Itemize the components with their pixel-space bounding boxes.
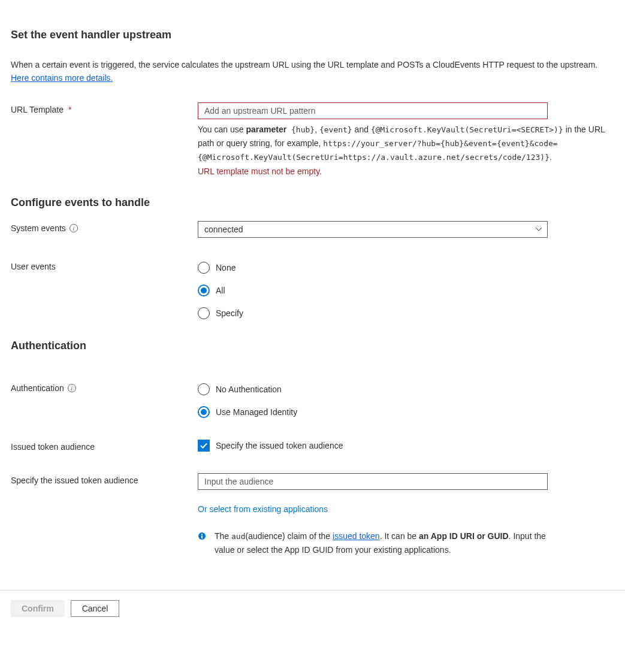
label-authentication-text: Authentication bbox=[11, 383, 64, 393]
url-help-end: . bbox=[549, 152, 552, 162]
checkbox-checked-icon bbox=[198, 440, 210, 452]
info-bullet-icon bbox=[198, 532, 206, 540]
checkbox-specify-audience[interactable]: Specify the issued token audience bbox=[198, 440, 611, 452]
note-code: aud bbox=[231, 532, 245, 541]
intro-text: When a certain event is triggered, the s… bbox=[11, 58, 614, 84]
url-help-code1: {hub} bbox=[286, 125, 315, 134]
chevron-down-icon bbox=[535, 226, 542, 233]
radio-user-all[interactable]: All bbox=[198, 284, 611, 296]
intro-details-link[interactable]: Here contains more details. bbox=[11, 73, 113, 83]
label-authentication: Authentication i bbox=[11, 381, 198, 393]
radio-circle-icon bbox=[198, 284, 210, 296]
intro-text-body: When a certain event is triggered, the s… bbox=[11, 60, 597, 69]
audience-input[interactable] bbox=[198, 473, 548, 490]
svg-rect-2 bbox=[201, 534, 203, 535]
radio-circle-icon bbox=[198, 262, 210, 274]
url-help-bold: parameter bbox=[246, 125, 286, 134]
checkbox-specify-audience-label: Specify the issued token audience bbox=[216, 441, 343, 450]
url-template-error: URL template must not be empty. bbox=[198, 167, 611, 176]
page-title: Set the event handler upstream bbox=[11, 29, 614, 41]
url-template-help: You can use parameter {hub}, {event} and… bbox=[198, 123, 605, 164]
radio-user-all-label: All bbox=[216, 286, 225, 295]
cancel-button[interactable]: Cancel bbox=[71, 600, 120, 617]
label-url-template: URL Template * bbox=[11, 102, 198, 114]
note-seg1: The bbox=[215, 531, 231, 541]
label-user-events: User events bbox=[11, 259, 198, 271]
issued-token-link[interactable]: issued token bbox=[333, 531, 380, 541]
radio-auth-managed-label: Use Managed Identity bbox=[216, 407, 297, 417]
label-specify-audience-text: Specify the issued token audience bbox=[11, 476, 138, 485]
info-icon[interactable]: i bbox=[68, 384, 76, 392]
url-help-code2: {event} bbox=[319, 125, 352, 134]
radio-user-specify-label: Specify bbox=[216, 308, 243, 318]
system-events-dropdown[interactable]: connected bbox=[198, 221, 548, 238]
heading-events: Configure events to handle bbox=[11, 196, 614, 209]
note-seg2: (audience) claim of the bbox=[246, 531, 333, 541]
label-url-template-text: URL Template bbox=[11, 105, 64, 114]
radio-circle-icon bbox=[198, 383, 210, 395]
note-bold: an App ID URI or GUID bbox=[419, 531, 509, 541]
url-help-seg1: You can use bbox=[198, 125, 246, 134]
info-icon[interactable]: i bbox=[70, 224, 78, 232]
radio-circle-icon bbox=[198, 406, 210, 418]
url-help-mid2: and bbox=[352, 125, 371, 134]
system-events-value: connected bbox=[204, 225, 243, 234]
note-seg3: . It can be bbox=[380, 531, 419, 541]
radio-user-specify[interactable]: Specify bbox=[198, 307, 611, 319]
url-help-code3: {@Microsoft.KeyVault(SecretUri=<SECRET>)… bbox=[371, 125, 563, 134]
label-system-events-text: System events bbox=[11, 223, 66, 233]
label-issued-token-text: Issued token audience bbox=[11, 442, 95, 452]
url-template-input[interactable] bbox=[198, 102, 548, 119]
label-system-events: System events i bbox=[11, 221, 198, 233]
audience-note: The aud(audience) claim of the issued to… bbox=[215, 529, 548, 556]
svg-rect-1 bbox=[201, 535, 203, 538]
label-user-events-text: User events bbox=[11, 262, 56, 271]
url-help-mid1: , bbox=[315, 125, 319, 134]
radio-user-none-label: None bbox=[216, 263, 235, 273]
radio-circle-icon bbox=[198, 307, 210, 319]
radio-auth-none[interactable]: No Authentication bbox=[198, 383, 611, 395]
confirm-button[interactable]: Confirm bbox=[11, 600, 65, 617]
select-existing-app-link[interactable]: Or select from existing applications bbox=[198, 504, 328, 514]
required-indicator: * bbox=[68, 105, 71, 114]
radio-auth-none-label: No Authentication bbox=[216, 385, 282, 394]
label-issued-token: Issued token audience bbox=[11, 440, 198, 452]
radio-auth-managed[interactable]: Use Managed Identity bbox=[198, 406, 611, 418]
radio-user-none[interactable]: None bbox=[198, 262, 611, 274]
heading-auth: Authentication bbox=[11, 340, 614, 352]
label-specify-audience: Specify the issued token audience bbox=[11, 473, 198, 485]
